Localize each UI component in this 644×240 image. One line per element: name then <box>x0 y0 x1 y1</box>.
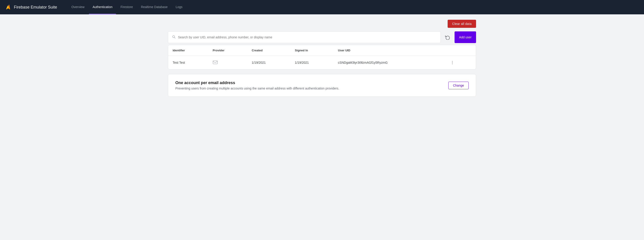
col-provider: Provider <box>208 45 248 56</box>
row-actions-button[interactable] <box>448 59 456 66</box>
tab-logs[interactable]: Logs <box>172 0 186 14</box>
cell-created: 1/19/2021 <box>247 56 290 70</box>
clear-all-button[interactable]: Clear all data <box>448 20 476 28</box>
svg-point-2 <box>452 62 453 63</box>
info-card-text: One account per email address Preventing… <box>175 80 339 90</box>
search-icon <box>172 35 176 40</box>
col-signed-in: Signed In <box>290 45 334 56</box>
search-input[interactable] <box>178 35 437 39</box>
info-card-title: One account per email address <box>175 80 339 85</box>
table-header-row: Identifier Provider Created Signed In Us… <box>168 45 476 56</box>
main-content: Clear all data Add user Identifier <box>161 14 483 102</box>
cell-user-uid: cSNDgaM3tyr3t9lzmAGf1y5RyzmG <box>334 56 444 70</box>
app-title: Firebase Emulator Suite <box>14 5 57 10</box>
main-nav: Overview Authentication Firestore Realti… <box>68 0 186 14</box>
tab-authentication[interactable]: Authentication <box>89 0 116 14</box>
svg-rect-0 <box>213 61 218 64</box>
app-header: Firebase Emulator Suite Overview Authent… <box>0 0 644 14</box>
search-container <box>168 31 441 43</box>
more-vertical-icon <box>450 60 454 65</box>
refresh-icon <box>445 35 450 40</box>
firebase-logo-icon <box>5 4 12 10</box>
table-row: Test Test 1/19/2021 1/19/2021 cSNDgaM3ty… <box>168 56 476 70</box>
logo-area: Firebase Emulator Suite <box>5 4 57 10</box>
tab-realtime-database[interactable]: Realtime Database <box>137 0 171 14</box>
users-table: Identifier Provider Created Signed In Us… <box>168 45 476 69</box>
col-identifier: Identifier <box>168 45 208 56</box>
add-user-button[interactable]: Add user <box>454 31 476 43</box>
tab-firestore[interactable]: Firestore <box>117 0 136 14</box>
cell-signed-in: 1/19/2021 <box>290 56 334 70</box>
svg-point-3 <box>452 64 453 64</box>
col-created: Created <box>247 45 290 56</box>
cell-row-actions <box>444 56 476 70</box>
change-button[interactable]: Change <box>448 82 469 89</box>
tab-overview[interactable]: Overview <box>68 0 88 14</box>
col-user-uid: User UID <box>334 45 444 56</box>
users-table-container: Identifier Provider Created Signed In Us… <box>168 45 476 70</box>
email-provider-icon <box>213 61 218 64</box>
info-card: One account per email address Preventing… <box>168 74 476 97</box>
search-area: Add user <box>168 31 476 43</box>
action-bar: Clear all data <box>168 20 476 28</box>
info-card-description: Preventing users from creating multiple … <box>175 87 339 90</box>
cell-provider <box>208 56 248 70</box>
col-actions <box>444 45 476 56</box>
refresh-button[interactable] <box>443 33 452 42</box>
cell-identifier: Test Test <box>168 56 208 70</box>
svg-point-1 <box>452 61 453 62</box>
